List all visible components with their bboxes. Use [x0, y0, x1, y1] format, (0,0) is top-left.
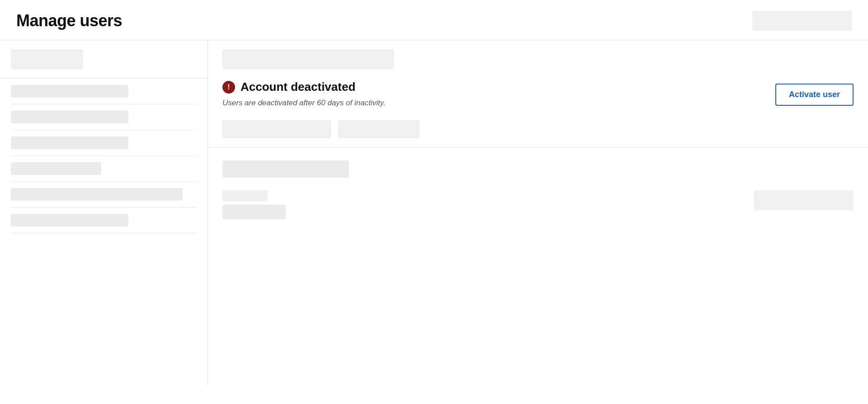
- content-top-section: ! Account deactivated Users are deactiva…: [208, 40, 868, 148]
- content-bottom-section: [208, 148, 868, 232]
- tab-placeholder-1[interactable]: [222, 120, 331, 138]
- sidebar-item[interactable]: [11, 156, 197, 182]
- sidebar-item-bar: [11, 85, 128, 98]
- sidebar-item[interactable]: [11, 130, 197, 156]
- alert-title-row: ! Account deactivated: [222, 80, 386, 94]
- activate-user-button[interactable]: Activate user: [775, 84, 854, 106]
- main-layout: ! Account deactivated Users are deactiva…: [0, 40, 868, 385]
- sidebar-item-bar: [11, 188, 183, 201]
- sidebar-item[interactable]: [11, 104, 197, 130]
- sidebar-item[interactable]: [11, 207, 197, 233]
- alert-section: ! Account deactivated Users are deactiva…: [222, 80, 854, 108]
- sidebar-item[interactable]: [11, 182, 197, 207]
- sidebar-item[interactable]: [11, 79, 197, 104]
- sidebar-top-placeholder: [11, 49, 83, 69]
- sidebar-item-bar: [11, 214, 128, 226]
- alert-description: Users are deactivated after 60 days of i…: [222, 99, 386, 108]
- page-title: Manage users: [16, 11, 122, 30]
- bottom-row: [222, 190, 854, 219]
- content-panel: ! Account deactivated Users are deactiva…: [208, 40, 868, 385]
- bottom-value-placeholder: [222, 205, 286, 219]
- alert-content: ! Account deactivated Users are deactiva…: [222, 80, 386, 108]
- tab-placeholder-2[interactable]: [338, 120, 420, 138]
- content-top-placeholder: [222, 49, 394, 69]
- bottom-right-placeholder: [754, 190, 854, 210]
- sidebar-item-bar: [11, 111, 128, 123]
- bottom-left: [222, 190, 286, 219]
- sidebar: [0, 40, 208, 385]
- sidebar-item-bar: [11, 162, 101, 175]
- bottom-label-placeholder: [222, 190, 268, 201]
- tab-row: [222, 120, 854, 138]
- header-action-placeholder: [752, 11, 852, 31]
- alert-title: Account deactivated: [241, 80, 355, 94]
- alert-icon-symbol: !: [227, 83, 230, 91]
- bottom-field-placeholder: [222, 160, 349, 178]
- alert-icon: !: [222, 81, 235, 94]
- sidebar-item-bar: [11, 136, 128, 149]
- page-header: Manage users: [0, 0, 868, 40]
